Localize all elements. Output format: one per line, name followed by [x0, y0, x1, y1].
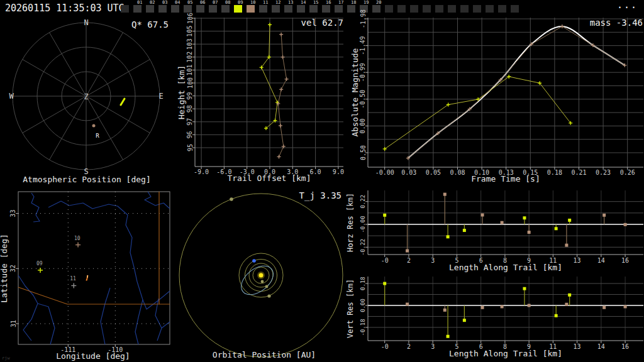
- tick-label: 99: [187, 92, 194, 100]
- tick-label: 13: [574, 343, 581, 350]
- tick-label: 16: [621, 343, 629, 350]
- polar-spoke: [50, 33, 87, 96]
- tick-label: 13: [574, 257, 581, 264]
- stem-marker-station-2: [565, 244, 568, 247]
- polar-spoke: [86, 33, 123, 96]
- river: [18, 275, 38, 341]
- stem-marker-station-2: [501, 305, 504, 308]
- tick-label: 2: [407, 257, 411, 264]
- tick-label: 102: [187, 52, 194, 63]
- horz-ylabel: Horz Res [km]: [346, 193, 355, 252]
- tick-label: 0.03: [401, 169, 416, 176]
- polar-spoke: [23, 60, 86, 97]
- dashboard-canvas: -9.0-6.0-3.00.03.06.09.01061051031021011…: [0, 0, 644, 362]
- tick-label: 97: [187, 118, 194, 126]
- trajectory-streak: [87, 275, 88, 278]
- series-station-1: [262, 25, 277, 128]
- magnitude-panel: -0.000.030.050.080.100.130.150.180.210.2…: [360, 9, 644, 176]
- river: [48, 201, 143, 344]
- series-station-2: [278, 35, 286, 157]
- tick-label: 3: [431, 343, 435, 350]
- mass-annotation: mass -3.46: [590, 18, 643, 28]
- tick-label: 6.0: [310, 168, 321, 175]
- stem-marker-station-2: [406, 250, 409, 253]
- stem-marker-station-2: [406, 303, 409, 306]
- map-ylabel: Latitude [deg]: [0, 234, 9, 303]
- mars-dot: [267, 294, 270, 297]
- tick-label: 14: [597, 343, 605, 350]
- state-border: [18, 287, 170, 304]
- tick-label: 96: [187, 131, 194, 138]
- station-label: 09: [36, 261, 43, 266]
- tick-label: 103: [187, 38, 194, 50]
- stem-marker-station-1: [383, 214, 386, 217]
- tick-label: -0.18: [360, 319, 366, 336]
- map-xlabel: Longitude [deg]: [56, 351, 130, 361]
- stem-marker-station-2: [443, 193, 447, 196]
- stem-marker-station-2: [443, 309, 447, 312]
- stem-marker-station-1: [555, 314, 558, 317]
- tick-label: 0.21: [571, 169, 586, 176]
- vert-residuals-panel: -0235689111314160.180.00-0.18: [360, 277, 643, 350]
- river: [145, 192, 170, 209]
- polar-spoke: [50, 96, 87, 160]
- station-label: 11: [70, 276, 76, 282]
- horz-xlabel: Length Along Trail [km]: [449, 263, 562, 272]
- vert-ylabel: Vert Res [km]: [346, 279, 355, 338]
- tick-label: -1.98: [360, 9, 367, 28]
- tick-label: 101: [187, 64, 194, 75]
- river: [162, 322, 170, 328]
- compass-north-label: N: [84, 18, 88, 27]
- zenith-label: Z: [84, 92, 88, 101]
- tick-label: 0.18: [360, 277, 366, 290]
- tick-label: 14: [597, 257, 605, 264]
- tick-label: 105: [187, 26, 194, 37]
- q-value-annotation: Q* 67.5: [131, 19, 169, 30]
- trajectory-streak: [86, 278, 87, 280]
- stem-marker-station-2: [624, 223, 627, 226]
- radiant-label: R: [96, 133, 99, 139]
- tick-label: -0: [381, 343, 389, 350]
- tick-label: -0.50: [360, 90, 367, 109]
- tisserand-annotation: T_j 3.35: [299, 190, 341, 201]
- stem-marker-station-2: [481, 213, 484, 216]
- tick-label: 0.23: [596, 169, 611, 176]
- stem-marker-station-2: [528, 231, 531, 234]
- app-screen: 20260115 11:35:03 UTC 010203040506070809…: [0, 0, 644, 362]
- stem-marker-station-1: [568, 219, 571, 222]
- jupiter-dot: [230, 197, 233, 201]
- tick-label: 0.50: [360, 145, 367, 160]
- trail-xlabel: Trail Offset [km]: [227, 173, 311, 183]
- river: [143, 291, 170, 309]
- stem-marker-station-1: [523, 216, 526, 219]
- tick-label: 98: [187, 105, 194, 112]
- tick-label: 0.08: [450, 169, 465, 176]
- trail-ylabel: Height [km]: [177, 65, 186, 119]
- stem-marker-station-1: [463, 319, 466, 322]
- map-frame: [18, 192, 170, 344]
- tick-label: 3: [431, 257, 435, 264]
- mercury-dot: [261, 280, 264, 283]
- orbital-panel: [179, 194, 343, 357]
- stem-marker-station-1: [383, 282, 386, 285]
- stem-marker-station-2: [624, 305, 627, 308]
- stem-marker-station-2: [602, 214, 606, 217]
- river: [105, 288, 110, 304]
- tick-label: 32: [10, 265, 17, 272]
- compass-east-label: E: [158, 92, 163, 101]
- river: [101, 304, 105, 344]
- ground-map-panel: 333231-111-110091011: [10, 192, 170, 353]
- stem-marker-station-1: [463, 229, 466, 232]
- mag-xlabel: Frame Time [s]: [471, 174, 540, 184]
- tick-label: 100: [187, 77, 194, 89]
- tick-label: 95: [187, 144, 194, 151]
- tick-label: 0.26: [620, 169, 635, 176]
- height-trail-panel: -9.0-6.0-3.00.03.06.09.01061051031021011…: [187, 13, 344, 175]
- watermark: rjw: [2, 356, 10, 361]
- orbit-caption: Orbital Position [AU]: [213, 350, 316, 359]
- tick-label: -0.00: [360, 216, 366, 233]
- tick-label: 33: [10, 210, 17, 217]
- tick-label: -0.00: [375, 169, 394, 176]
- compass-west-label: W: [9, 92, 14, 101]
- stem-marker-station-2: [602, 306, 606, 309]
